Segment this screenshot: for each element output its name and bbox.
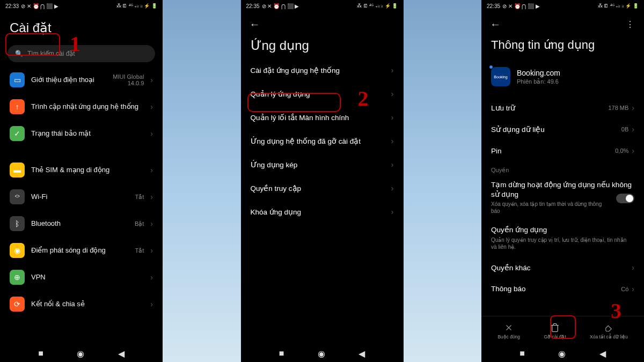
chevron-right-icon: › xyxy=(632,104,634,112)
row-data-usage[interactable]: Sử dụng dữ liệu 0B› xyxy=(481,119,644,140)
clock: 22:33 xyxy=(5,3,19,9)
status-bar: 22:35⊘ ✕ ⏰ ⋂ ⬛ ▶ ⁂ 🗓 ⁴ᴳ ₊ᵢₗ ᵢₗ ⚡ 🔋 xyxy=(241,0,404,12)
row-storage[interactable]: Lưu trữ 178 MB› xyxy=(481,97,644,119)
row-app-lock[interactable]: Khóa ứng dụng› xyxy=(241,200,404,224)
row-sim[interactable]: ▬ Thẻ SIM & mạng di động › xyxy=(8,157,155,183)
bluetooth-icon: ᛒ xyxy=(10,216,25,231)
status-icons-left: ⊘ ✕ ⏰ ⋂ ⬛ ▶ xyxy=(262,3,299,9)
row-system-app-settings[interactable]: Cài đặt ứng dụng hệ thống› xyxy=(241,58,404,82)
app-version: Phiên bản: 49.6 xyxy=(517,78,560,85)
nav-home[interactable]: ◉ xyxy=(318,349,325,359)
phone-screen-3: 22:35⊘ ✕ ⏰ ⋂ ⬛ ▶ ⁂ 🗓 ⁴ᴳ ₊ᵢₗ ᵢₗ ⚡ 🔋 ← ⋮ T… xyxy=(481,0,644,362)
page-title: Thông tin ứng dụng xyxy=(481,37,644,57)
chevron-right-icon: › xyxy=(150,76,153,84)
row-about-phone[interactable]: ▭ Giới thiệu điện thoại MIUI Global 14.0… xyxy=(8,67,155,93)
share-icon: ⟳ xyxy=(10,297,25,312)
toggle-switch[interactable] xyxy=(616,194,634,203)
row-wifi[interactable]: ⌔ Wi-Fi Tắt › xyxy=(8,183,155,210)
header: ← xyxy=(241,12,404,37)
settings-list: ▭ Giới thiệu điện thoại MIUI Global 14.0… xyxy=(0,67,163,345)
wifi-icon: ⌔ xyxy=(10,189,25,204)
app-header: Booking Booking.com Phiên bản: 49.6 xyxy=(481,57,644,97)
chevron-right-icon: › xyxy=(150,219,153,228)
row-vpn[interactable]: ⊕ VPN › xyxy=(8,264,155,291)
chevron-right-icon: › xyxy=(391,66,394,75)
apps-list: Cài đặt ứng dụng hệ thống› 2 Quản lý ứng… xyxy=(241,58,404,224)
app-name: Booking.com xyxy=(517,69,560,77)
row-other-permissions[interactable]: Quyền khác › xyxy=(481,257,644,278)
highlight-3 xyxy=(550,315,576,339)
phone-screen-2: 22:35⊘ ✕ ⏰ ⋂ ⬛ ▶ ⁂ 🗓 ⁴ᴳ ₊ᵢₗ ᵢₗ ⚡ 🔋 ← Ứng… xyxy=(241,0,404,362)
clock: 22:35 xyxy=(487,3,500,9)
phone-screen-1: 22:33⊘ ✕ ⏰ ⋂ ⬛ ▶ ⁂ 🗓 ⁴ᴳ ₊ᵢₗ ᵢₗ ⚡ 🔋 1 Cài… xyxy=(0,0,163,362)
row-uninstalled[interactable]: Ứng dụng hệ thống đã gỡ cài đặt› xyxy=(241,129,404,153)
chevron-right-icon: › xyxy=(632,285,634,293)
nav-recent[interactable]: ■ xyxy=(279,349,284,358)
nav-bar: ■ ◉ ◀ xyxy=(0,345,163,362)
nav-recent[interactable]: ■ xyxy=(38,349,43,358)
status-icons-right: ⁂ 🗓 ⁴ᴳ ₊ᵢₗ ᵢₗ ⚡ 🔋 xyxy=(598,3,639,9)
shield-icon: ✓ xyxy=(10,126,25,141)
highlight-2 xyxy=(247,93,341,112)
vpn-icon: ⊕ xyxy=(10,270,25,285)
clear-data-button[interactable]: Xóa tất cả dữ liệu xyxy=(586,321,632,342)
row-battery[interactable]: Pin 0,0%› xyxy=(481,140,644,161)
bottom-actions: Buộc đóng Gỡ cài đặt Xóa tất cả dữ liệu xyxy=(481,316,644,345)
row-permissions[interactable]: Quyền truy cập› xyxy=(241,176,404,200)
row-notifications[interactable]: Thông báo Có› xyxy=(481,278,644,300)
nav-back[interactable]: ◀ xyxy=(358,349,365,359)
nav-home[interactable]: ◉ xyxy=(558,349,566,359)
back-arrow-icon[interactable]: ← xyxy=(250,18,260,31)
chevron-right-icon: › xyxy=(150,129,153,138)
chevron-right-icon: › xyxy=(391,184,394,193)
clock: 22:35 xyxy=(246,3,260,9)
erase-icon xyxy=(604,323,613,333)
hotspot-icon: ◉ xyxy=(10,243,25,258)
chevron-right-icon: › xyxy=(632,263,634,272)
status-bar: 22:35⊘ ✕ ⏰ ⋂ ⬛ ▶ ⁂ 🗓 ⁴ᴳ ₊ᵢₗ ᵢₗ ⚡ 🔋 xyxy=(481,0,644,12)
force-stop-button[interactable]: Buộc đóng xyxy=(493,321,524,342)
chevron-right-icon: › xyxy=(150,273,153,282)
step-number-1: 1 xyxy=(70,31,80,56)
chevron-right-icon: › xyxy=(391,160,394,169)
highlight-1 xyxy=(5,33,60,56)
header: ← ⋮ xyxy=(481,12,644,37)
chevron-right-icon: › xyxy=(150,300,153,308)
status-icons-right: ⁂ 🗓 ⁴ᴳ ₊ᵢₗ ᵢₗ ⚡ 🔋 xyxy=(357,3,398,9)
row-updater[interactable]: ↑ Trình cập nhật ứng dụng hệ thống › xyxy=(8,93,155,120)
back-arrow-icon[interactable]: ← xyxy=(490,18,501,31)
chevron-right-icon: › xyxy=(632,146,634,155)
nav-back[interactable]: ◀ xyxy=(118,349,125,359)
row-security[interactable]: ✓ Trạng thái bảo mật › xyxy=(8,120,155,147)
row-dual-apps[interactable]: Ứng dụng kép› xyxy=(241,153,404,176)
row-pause-unused[interactable]: Tạm dừng hoạt động ứng dụng nếu không sử… xyxy=(481,176,644,221)
chevron-right-icon: › xyxy=(150,246,153,255)
close-icon xyxy=(504,323,514,333)
sim-icon: ▬ xyxy=(10,162,25,178)
page-title: Ứng dụng xyxy=(241,37,404,58)
chevron-right-icon: › xyxy=(391,113,394,122)
row-bluetooth[interactable]: ᛒ Bluetooth Bật › xyxy=(8,210,155,237)
chevron-right-icon: › xyxy=(391,137,394,145)
status-icons-left: ⊘ ✕ ⏰ ⋂ ⬛ ▶ xyxy=(502,3,540,9)
chevron-right-icon: › xyxy=(150,166,153,174)
phone-icon: ▭ xyxy=(10,72,25,87)
chevron-right-icon: › xyxy=(150,102,153,111)
row-share[interactable]: ⟳ Kết nối & chia sẻ › xyxy=(8,291,155,317)
nav-home[interactable]: ◉ xyxy=(77,349,84,359)
nav-recent[interactable]: ■ xyxy=(519,349,525,358)
more-icon[interactable]: ⋮ xyxy=(626,19,634,29)
status-icons-right: ⁂ 🗓 ⁴ᴳ ₊ᵢₗ ᵢₗ ⚡ 🔋 xyxy=(116,3,157,9)
chevron-right-icon: › xyxy=(391,208,394,216)
app-icon: Booking xyxy=(491,67,510,86)
row-hotspot[interactable]: ◉ Điểm phát sóng di động Tắt › xyxy=(8,237,155,264)
status-icons-left: ⊘ ✕ ⏰ ⋂ ⬛ ▶ xyxy=(21,3,58,9)
chevron-right-icon: › xyxy=(391,90,394,98)
update-icon: ↑ xyxy=(10,99,25,114)
chevron-right-icon: › xyxy=(150,193,153,201)
row-app-permissions[interactable]: Quyền ứng dụng Quản lý quyền truy cập vị… xyxy=(481,221,644,257)
status-bar: 22:33⊘ ✕ ⏰ ⋂ ⬛ ▶ ⁂ 🗓 ⁴ᴳ ₊ᵢₗ ᵢₗ ⚡ 🔋 xyxy=(0,0,163,12)
section-label: Quyền xyxy=(481,161,644,176)
nav-bar: ■ ◉ ◀ xyxy=(241,345,404,362)
nav-back[interactable]: ◀ xyxy=(599,349,606,359)
